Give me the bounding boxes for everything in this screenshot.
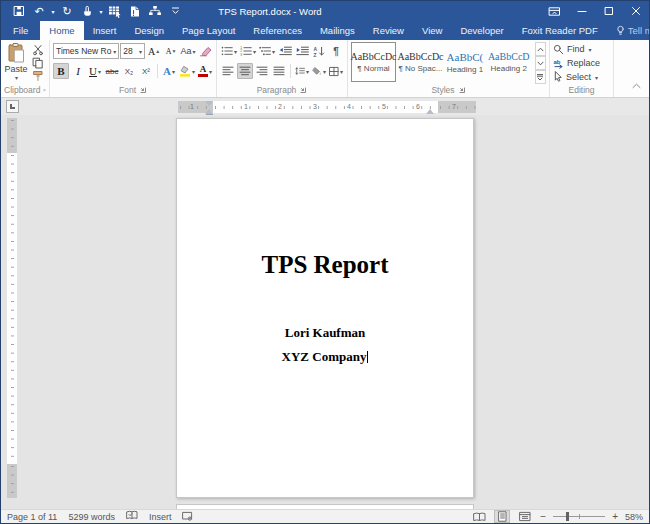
tab-page-layout[interactable]: Page Layout <box>173 21 244 40</box>
print-layout-icon[interactable] <box>494 510 510 523</box>
clear-formatting-button[interactable] <box>197 43 213 59</box>
minimize-icon[interactable] <box>568 1 595 21</box>
font-size-combobox[interactable]: 28▾ <box>120 43 145 59</box>
format-painter-icon <box>32 70 44 82</box>
table-select-icon[interactable] <box>105 1 125 21</box>
bold-button[interactable]: B <box>53 63 69 79</box>
ribbon-display-options-icon[interactable] <box>541 1 568 21</box>
vertical-ruler <box>7 118 17 498</box>
select-button[interactable]: Select▾ <box>553 70 610 84</box>
style-heading-2[interactable]: AaBbCcD Heading 2 <box>487 42 531 82</box>
line-spacing-button[interactable]: ▾ <box>294 63 310 79</box>
styles-scroll-up-icon[interactable] <box>535 42 546 56</box>
text-highlight-button[interactable]: ▾ <box>178 63 196 79</box>
align-center-button[interactable] <box>237 63 253 79</box>
superscript-button[interactable]: X² <box>138 63 154 79</box>
tab-stop-selector[interactable] <box>6 100 19 113</box>
format-painter-button[interactable] <box>30 69 46 82</box>
next-page-top-edge <box>176 504 474 509</box>
undo-icon[interactable]: ↶ <box>29 1 49 21</box>
tab-foxit-reader-pdf[interactable]: Foxit Reader PDF <box>513 21 607 40</box>
shrink-font-button[interactable]: A▼ <box>163 43 179 59</box>
tab-view[interactable]: View <box>413 21 451 40</box>
word-count[interactable]: 5299 words <box>68 512 115 522</box>
align-left-button[interactable] <box>220 63 236 79</box>
borders-button[interactable]: ▾ <box>328 63 344 79</box>
zoom-slider[interactable] <box>553 516 605 517</box>
shading-button[interactable]: ▾ <box>311 63 327 79</box>
bullets-button[interactable]: ▾ <box>220 43 238 59</box>
tell-me-label: Tell me <box>628 25 650 36</box>
strikethrough-button[interactable]: abc <box>104 63 120 79</box>
find-button[interactable]: Find▾ <box>553 42 610 56</box>
customize-qat-icon[interactable] <box>165 1 185 21</box>
redo-icon[interactable]: ↻ <box>57 1 77 21</box>
document-area[interactable]: TPS Report Lori Kaufman XYZ Company <box>1 115 649 509</box>
multilevel-list-button[interactable]: ▾ <box>258 43 276 59</box>
cut-button[interactable] <box>30 43 46 56</box>
maximize-icon[interactable] <box>595 1 622 21</box>
new-document-icon[interactable] <box>125 1 145 21</box>
decrease-indent-button[interactable] <box>277 43 293 59</box>
paragraph-dialog-launcher-icon[interactable] <box>299 86 307 94</box>
grow-font-button[interactable]: A▲ <box>146 43 162 59</box>
zoom-slider-thumb[interactable] <box>566 512 569 521</box>
first-line-indent-marker[interactable] <box>205 101 213 106</box>
tab-review[interactable]: Review <box>364 21 413 40</box>
zoom-in-icon[interactable]: + <box>612 512 618 522</box>
tab-home[interactable]: Home <box>40 21 83 40</box>
style-no-spacing[interactable]: AaBbCcDc ¶ No Spac... <box>398 42 443 82</box>
zoom-out-icon[interactable]: − <box>540 512 546 522</box>
save-icon[interactable] <box>9 1 29 21</box>
tab-design[interactable]: Design <box>125 21 173 40</box>
zoom-level[interactable]: 58% <box>625 512 643 522</box>
macro-record-icon[interactable] <box>182 511 193 523</box>
styles-scroll-down-icon[interactable] <box>535 56 546 70</box>
tab-references[interactable]: References <box>244 21 311 40</box>
org-chart-icon[interactable] <box>145 1 165 21</box>
font-color-button[interactable]: A▾ <box>197 63 213 79</box>
undo-dropdown-icon[interactable]: ▾ <box>49 8 57 15</box>
justify-button[interactable] <box>271 63 287 79</box>
font-dialog-launcher-icon[interactable] <box>139 86 147 94</box>
eraser-icon <box>199 45 212 57</box>
style-heading-1[interactable]: AaBbC( Heading 1 <box>445 42 485 82</box>
insert-mode[interactable]: Insert <box>149 512 172 522</box>
change-case-button[interactable]: Aa▾ <box>180 43 196 59</box>
close-icon[interactable] <box>622 1 649 21</box>
touch-mode-dropdown-icon[interactable]: ▾ <box>97 8 105 15</box>
subscript-button[interactable]: X₂ <box>121 63 137 79</box>
paste-dropdown-icon[interactable]: ▾ <box>15 74 18 81</box>
styles-dialog-launcher-icon[interactable] <box>458 86 466 94</box>
right-indent-marker[interactable] <box>426 109 434 114</box>
clipboard-dialog-launcher-icon[interactable] <box>43 86 46 94</box>
paste-button[interactable]: Paste ▾ <box>4 42 28 83</box>
read-mode-icon[interactable] <box>471 510 487 523</box>
italic-button[interactable]: I <box>70 63 86 79</box>
tab-insert[interactable]: Insert <box>84 21 126 40</box>
document-page[interactable]: TPS Report Lori Kaufman XYZ Company <box>176 118 474 498</box>
text-effects-button[interactable]: A▾ <box>161 63 177 79</box>
increase-indent-button[interactable] <box>294 43 310 59</box>
web-layout-icon[interactable] <box>517 510 533 523</box>
align-left-icon <box>222 66 234 76</box>
tab-mailings[interactable]: Mailings <box>311 21 364 40</box>
font-group-label: Font <box>119 85 136 95</box>
proofing-icon[interactable] <box>126 510 138 523</box>
replace-button[interactable]: ab Replace <box>553 56 610 70</box>
touch-mode-icon[interactable] <box>77 1 97 21</box>
styles-gallery-more-icon[interactable] <box>535 70 546 84</box>
font-name-combobox[interactable]: Times New Ro▾ <box>53 43 119 59</box>
tell-me-box[interactable]: Tell me <box>607 21 650 40</box>
sort-button[interactable]: AZ <box>311 43 327 59</box>
underline-button[interactable]: U▾ <box>87 63 103 79</box>
collapse-ribbon-icon[interactable] <box>632 75 641 93</box>
align-right-button[interactable] <box>254 63 270 79</box>
numbering-button[interactable]: 123▾ <box>239 43 257 59</box>
page-indicator[interactable]: Page 1 of 11 <box>7 512 57 522</box>
show-paragraph-marks-button[interactable]: ¶ <box>328 43 344 59</box>
style-normal[interactable]: AaBbCcDc ¶ Normal <box>351 42 396 82</box>
tab-file[interactable]: File <box>1 21 40 40</box>
tab-developer[interactable]: Developer <box>451 21 512 40</box>
copy-button[interactable] <box>30 56 46 69</box>
